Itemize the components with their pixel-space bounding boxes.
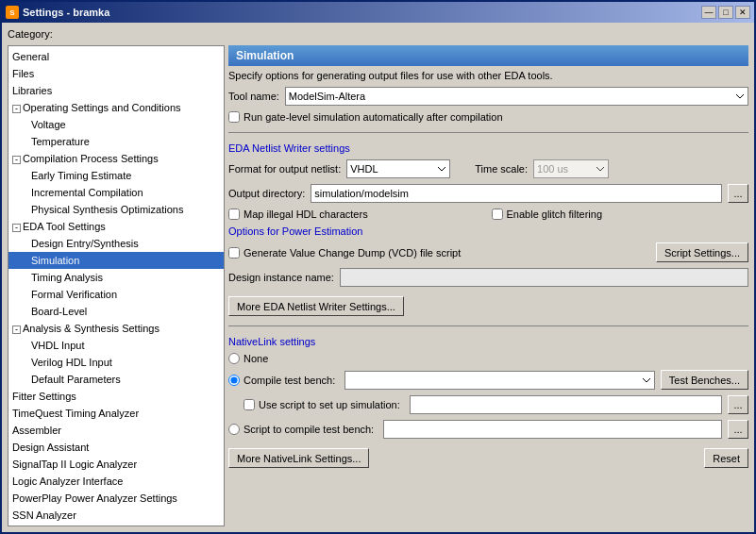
sidebar-item-simulation[interactable]: Simulation: [8, 252, 224, 269]
format-label: Format for output netlist:: [228, 163, 341, 175]
power-estimation-link[interactable]: Options for Power Estimation: [228, 225, 362, 237]
sidebar-item-logic-analyzer[interactable]: Logic Analyzer Interface: [8, 473, 224, 490]
sidebar-item-board-level[interactable]: Board-Level: [8, 303, 224, 320]
compile-bench-select[interactable]: [344, 371, 655, 390]
expander-operating[interactable]: -: [12, 105, 21, 113]
sidebar-item-signaltap[interactable]: SignalTap II Logic Analyzer: [8, 456, 224, 473]
power-estimation-row: Options for Power Estimation: [228, 225, 748, 237]
script-settings-button[interactable]: Script Settings...: [656, 242, 748, 262]
title-bar-text: S Settings - bramka: [6, 6, 109, 19]
category-label: Category:: [8, 28, 748, 40]
map-hdl-checkbox[interactable]: [228, 209, 240, 220]
sidebar-item-timing-analysis[interactable]: Timing Analysis: [8, 269, 224, 286]
dialog-buttons: OK Cancel: [8, 530, 748, 534]
compile-bench-radio-row: Compile test bench:: [228, 375, 335, 386]
nativelink-link[interactable]: NativeLink settings: [228, 336, 315, 347]
script-compile-label: Script to compile test bench:: [244, 424, 374, 435]
use-script-row: Use script to set up simulation: ...: [228, 395, 748, 414]
sidebar-item-powerplay[interactable]: PowerPlay Power Analyzer Settings: [8, 490, 224, 507]
output-dir-label: Output directory:: [228, 188, 305, 199]
enable-glitch-row: Enable glitch filtering: [492, 209, 749, 220]
enable-glitch-checkbox[interactable]: [492, 209, 503, 220]
format-row: Format for output netlist: VHDL Verilog …: [228, 159, 748, 178]
sidebar-item-general[interactable]: General: [8, 48, 224, 65]
minimize-button[interactable]: —: [701, 6, 716, 19]
sidebar-item-ssn[interactable]: SSN Analyzer: [8, 507, 224, 524]
more-eda-button[interactable]: More EDA Netlist Writer Settings...: [228, 296, 404, 316]
map-hdl-label: Map illegal HDL characters: [244, 209, 368, 220]
vcd-row: Generate Value Change Dump (VCD) file sc…: [228, 242, 748, 262]
vcd-checkbox[interactable]: [228, 247, 240, 259]
sidebar-item-analysis[interactable]: -Analysis & Synthesis Settings: [8, 320, 224, 337]
sidebar-item-compilation[interactable]: -Compilation Process Settings: [8, 150, 224, 167]
sidebar-item-formal[interactable]: Formal Verification: [8, 286, 224, 303]
enable-glitch-label: Enable glitch filtering: [507, 209, 603, 220]
sidebar-item-vhdl-input[interactable]: VHDL Input: [8, 337, 224, 354]
sidebar-item-temperature[interactable]: Temperature: [8, 133, 224, 150]
script-compile-browse-button[interactable]: ...: [728, 420, 748, 439]
sidebar-item-timequest[interactable]: TimeQuest Timing Analyzer: [8, 405, 224, 422]
sidebar-item-libraries[interactable]: Libraries: [8, 82, 224, 99]
design-instance-input[interactable]: [340, 268, 748, 287]
panel-header: Simulation: [228, 45, 748, 66]
timescale-select[interactable]: 100 us: [533, 159, 609, 178]
eda-netlist-link[interactable]: EDA Netlist Writer settings: [228, 142, 350, 154]
right-panel: Simulation Specify options for generatin…: [228, 45, 748, 526]
map-hdl-row: Map illegal HDL characters: [228, 209, 486, 220]
format-select[interactable]: VHDL Verilog HDL: [346, 159, 450, 178]
eda-netlist-section-header: EDA Netlist Writer settings: [228, 142, 748, 154]
nativelink-divider: [228, 325, 748, 326]
script-compile-radio[interactable]: [228, 424, 240, 435]
none-radio-row: None: [228, 353, 748, 364]
main-area: General Files Libraries -Operating Setti…: [8, 45, 748, 526]
run-gate-level-row: Run gate-level simulation automatically …: [228, 111, 748, 123]
output-dir-browse-button[interactable]: ...: [728, 184, 748, 203]
none-radio[interactable]: [228, 353, 240, 364]
more-nativelink-button[interactable]: More NativeLink Settings...: [228, 448, 369, 468]
expander-eda[interactable]: -: [12, 224, 21, 232]
vcd-label: Generate Value Change Dump (VCD) file sc…: [244, 247, 461, 259]
sidebar-item-voltage[interactable]: Voltage: [8, 116, 224, 133]
hdl-glitch-row: Map illegal HDL characters Enable glitch…: [228, 209, 748, 220]
output-dir-input[interactable]: [311, 184, 722, 203]
use-script-checkbox[interactable]: [244, 399, 255, 410]
output-dir-row: Output directory: ...: [228, 184, 748, 203]
compile-bench-row: Compile test bench: Test Benches...: [228, 370, 748, 390]
sidebar-item-incremental[interactable]: Incremental Compilation: [8, 184, 224, 201]
sidebar-item-eda-tool[interactable]: -EDA Tool Settings: [8, 218, 224, 235]
sidebar-item-default-params[interactable]: Default Parameters: [8, 371, 224, 388]
run-gate-level-checkbox[interactable]: [228, 111, 240, 123]
sidebar-item-operating[interactable]: -Operating Settings and Conditions: [8, 99, 224, 116]
use-script-browse-button[interactable]: ...: [728, 395, 748, 414]
tool-name-label: Tool name:: [228, 91, 279, 102]
design-instance-label: Design instance name:: [228, 272, 334, 283]
sidebar-item-verilog-input[interactable]: Verilog HDL Input: [8, 354, 224, 371]
sidebar-item-design-assistant[interactable]: Design Assistant: [8, 439, 224, 456]
sidebar-item-design-entry[interactable]: Design Entry/Synthesis: [8, 235, 224, 252]
reset-button[interactable]: Reset: [704, 448, 748, 468]
timescale-label: Time scale:: [475, 163, 528, 175]
maximize-button[interactable]: □: [718, 6, 733, 19]
sidebar-item-early-timing[interactable]: Early Timing Estimate: [8, 167, 224, 184]
sidebar-item-fitter[interactable]: Fitter Settings: [8, 388, 224, 405]
compile-bench-radio[interactable]: [228, 375, 240, 386]
window-content: Category: General Files Libraries -Opera…: [2, 23, 754, 534]
sidebar-item-assembler[interactable]: Assembler: [8, 422, 224, 439]
sidebar-item-physical[interactable]: Physical Synthesis Optimizations: [8, 201, 224, 218]
use-script-input[interactable]: [410, 395, 722, 414]
main-window: S Settings - bramka — □ ✕ Category: Gene…: [0, 0, 756, 534]
app-icon: S: [6, 6, 19, 19]
test-benches-button[interactable]: Test Benches...: [661, 370, 748, 390]
script-compile-input[interactable]: [383, 420, 722, 439]
close-button[interactable]: ✕: [735, 6, 750, 19]
expander-analysis[interactable]: -: [12, 325, 21, 334]
vcd-checkbox-row: Generate Value Change Dump (VCD) file sc…: [228, 247, 650, 259]
script-compile-radio-row: Script to compile test bench:: [228, 424, 374, 435]
sidebar-item-files[interactable]: Files: [8, 65, 224, 82]
use-script-label: Use script to set up simulation:: [259, 399, 400, 410]
title-bar-buttons: — □ ✕: [701, 6, 750, 19]
window-title: Settings - bramka: [23, 7, 109, 18]
expander-compilation[interactable]: -: [12, 156, 21, 164]
tool-name-select[interactable]: ModelSim-Altera ModelSim VCS NCSim: [285, 87, 748, 106]
sidebar-tree: General Files Libraries -Operating Setti…: [8, 45, 225, 526]
